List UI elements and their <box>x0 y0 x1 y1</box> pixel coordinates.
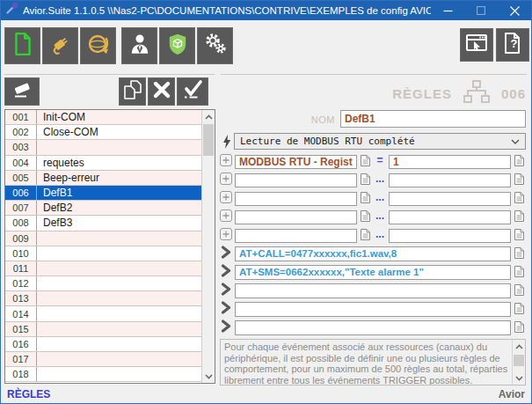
settings-button[interactable] <box>197 27 233 64</box>
rule-number: 001 <box>5 110 37 124</box>
add-condition-icon[interactable] <box>220 228 232 240</box>
action-chevron-icon <box>221 283 231 296</box>
rules-list-row[interactable]: 016 <box>5 337 201 352</box>
condition-right-input[interactable] <box>389 192 511 206</box>
settings-gears-icon <box>203 32 228 60</box>
delete-button[interactable] <box>148 77 175 106</box>
new-document-button[interactable] <box>4 27 40 64</box>
document-icon[interactable] <box>514 302 525 315</box>
document-icon[interactable] <box>360 154 371 167</box>
toolbar-separator-left <box>4 74 215 75</box>
document-icon[interactable] <box>514 228 525 241</box>
rules-list-row[interactable]: 017 <box>5 352 201 367</box>
rule-name: Close-COM <box>37 125 201 139</box>
rule-number: 003 <box>5 140 37 154</box>
rules-list-row[interactable]: 010 <box>5 246 201 261</box>
rules-list-row[interactable]: 006 DefB1 <box>5 186 201 201</box>
condition-left-input[interactable] <box>235 155 357 169</box>
rules-list-row[interactable]: 002 Close-COM <box>5 125 201 140</box>
rules-list-row[interactable]: 014 <box>5 306 201 321</box>
help-scrollbar[interactable] <box>512 340 525 385</box>
condition-left-input[interactable] <box>235 173 357 187</box>
rules-list-row[interactable]: 011 <box>5 261 201 276</box>
condition-left-input[interactable] <box>235 229 357 243</box>
condition-right-input[interactable] <box>389 210 511 224</box>
rules-list-row[interactable]: 005 Beep-erreur <box>5 171 201 186</box>
rule-name: requetes <box>37 156 201 170</box>
document-icon[interactable] <box>514 265 525 278</box>
document-icon[interactable] <box>514 154 525 167</box>
action-command-input[interactable] <box>235 302 511 317</box>
document-icon[interactable] <box>514 246 525 260</box>
add-condition-icon[interactable] <box>220 154 232 166</box>
rules-list-row[interactable]: 009 <box>5 231 201 246</box>
document-icon[interactable] <box>360 209 371 223</box>
network-button[interactable] <box>80 27 116 64</box>
document-icon[interactable] <box>514 173 525 186</box>
condition-right-input[interactable] <box>389 173 511 187</box>
rule-name-input[interactable] <box>340 110 526 128</box>
condition-right-input[interactable] <box>389 155 511 169</box>
condition-left-input[interactable] <box>235 210 357 224</box>
action-command-input[interactable] <box>235 265 511 280</box>
scroll-up-icon[interactable] <box>513 340 525 353</box>
connect-usb-button[interactable] <box>42 27 78 64</box>
rule-number: 002 <box>5 125 37 139</box>
document-icon[interactable] <box>514 209 525 223</box>
add-condition-icon[interactable] <box>220 173 232 185</box>
user-button[interactable] <box>121 27 157 64</box>
rule-name <box>37 246 201 261</box>
condition-left-input[interactable] <box>235 192 357 206</box>
document-icon[interactable] <box>360 191 371 204</box>
close-button[interactable] <box>498 1 531 20</box>
action-command-input[interactable] <box>235 320 511 335</box>
scroll-thumb[interactable] <box>203 124 214 156</box>
document-icon[interactable] <box>360 173 371 186</box>
condition-operator: ... <box>372 209 388 222</box>
help-button[interactable]: ? <box>496 28 529 62</box>
rules-list-row[interactable]: 003 <box>5 140 201 155</box>
add-condition-icon[interactable] <box>220 209 232 222</box>
security-button[interactable] <box>159 27 195 64</box>
document-icon[interactable] <box>360 228 371 241</box>
add-condition-icon[interactable] <box>220 191 232 203</box>
trigger-select[interactable]: Lecture de MODBUS RTU complété <box>234 133 526 150</box>
action-command-input[interactable] <box>235 246 511 261</box>
hierarchy-icon <box>463 80 490 107</box>
shield-icon <box>166 33 189 59</box>
validate-button[interactable] <box>177 77 208 106</box>
maximize-button[interactable] <box>464 1 498 20</box>
rules-list-row[interactable]: 007 DefB2 <box>5 201 201 216</box>
rules-list-row[interactable]: 013 <box>5 291 201 306</box>
window-cursor-icon <box>465 33 488 57</box>
condition-right-input[interactable] <box>389 229 511 243</box>
copy-button[interactable] <box>119 77 146 106</box>
rules-list-row[interactable]: 008 DefB3 <box>5 216 201 231</box>
rules-list-row[interactable]: 001 Init-COM <box>5 110 201 125</box>
document-icon[interactable] <box>514 191 525 204</box>
rule-name <box>37 291 201 305</box>
scroll-up-icon[interactable] <box>202 110 215 123</box>
minimize-button[interactable] <box>431 1 464 20</box>
rules-list-row[interactable]: 012 <box>5 276 201 291</box>
document-icon[interactable] <box>514 320 525 334</box>
toolbar-separator-right <box>221 74 527 75</box>
condition-operator: ... <box>372 191 388 203</box>
app-icon <box>5 3 18 18</box>
rule-name <box>37 367 201 381</box>
erase-button[interactable] <box>4 77 40 106</box>
document-icon[interactable] <box>514 283 525 297</box>
scroll-thumb[interactable] <box>514 355 524 366</box>
action-command-input[interactable] <box>235 283 511 298</box>
rule-number: 007 <box>5 201 37 215</box>
rule-number: 012 <box>5 276 37 290</box>
scroll-down-icon[interactable] <box>513 371 525 385</box>
rules-list-row[interactable]: 018 <box>5 367 201 382</box>
window-view-button[interactable] <box>460 28 493 62</box>
panel-rule-number: 006 <box>501 86 526 101</box>
rules-list-scrollbar[interactable] <box>201 110 215 383</box>
rules-list-row[interactable]: 004 requetes <box>5 156 201 171</box>
rules-list-row[interactable]: 015 <box>5 322 201 337</box>
rule-number: 017 <box>5 352 37 366</box>
scroll-down-icon[interactable] <box>202 370 215 383</box>
